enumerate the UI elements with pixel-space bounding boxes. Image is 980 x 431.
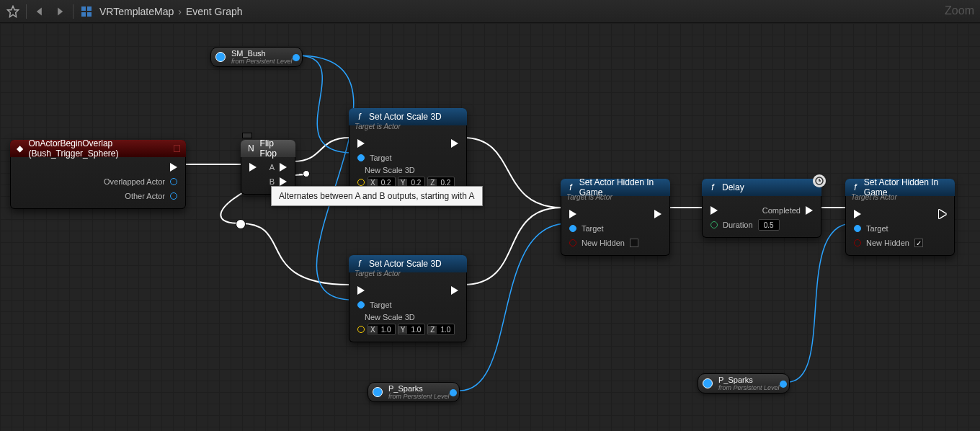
node-set-actor-scale-3d-a[interactable]: fSet Actor Scale 3D Target is Actor Targ… <box>349 108 467 195</box>
target-pin[interactable] <box>357 154 365 161</box>
comment-bubble-icon[interactable] <box>242 133 252 138</box>
breadcrumb-root[interactable]: VRTemplateMap <box>97 6 177 17</box>
exec-in-pin[interactable] <box>710 206 718 215</box>
node-set-actor-hidden-b[interactable]: fSet Actor Hidden In Game Target is Acto… <box>845 179 955 256</box>
function-icon: f <box>851 182 860 192</box>
var-sub: from Persistent Level <box>231 58 293 65</box>
variable-p-sparks[interactable]: P_Sparks from Persistent Level <box>368 382 460 402</box>
new-hidden-checkbox[interactable] <box>630 239 638 247</box>
output-pin[interactable] <box>780 381 787 388</box>
reroute-knot[interactable] <box>236 219 246 229</box>
svg-rect-1 <box>81 6 86 11</box>
exec-b-pin[interactable] <box>280 177 287 186</box>
completed-pin[interactable] <box>806 206 813 215</box>
scale-x-input[interactable]: X1.0 <box>368 324 396 335</box>
variable-p-sparks-2[interactable]: P_Sparks from Persistent Level <box>698 373 790 394</box>
exec-in-pin[interactable] <box>357 286 365 295</box>
exec-in-pin[interactable] <box>854 210 861 218</box>
node-delay[interactable]: fDelay Completed Duration 0.5 <box>702 179 821 238</box>
function-icon: f <box>355 259 365 269</box>
reroute-knot-b[interactable] <box>303 170 310 177</box>
duration-input[interactable]: 0.5 <box>758 219 780 231</box>
event-icon: ◆ <box>16 143 24 154</box>
exec-out-pin[interactable] <box>451 139 458 148</box>
back-button[interactable] <box>30 2 50 21</box>
breadcrumb: VRTemplateMap › Event Graph <box>97 6 246 17</box>
exec-out-pin[interactable] <box>451 286 458 295</box>
zoom-label: Zoom <box>945 4 974 17</box>
new-hidden-pin[interactable] <box>854 239 861 246</box>
scale-y-input[interactable]: Y1.0 <box>398 324 426 335</box>
output-pin[interactable] <box>450 389 457 396</box>
other-actor-pin[interactable] <box>170 192 177 200</box>
target-pin[interactable] <box>854 225 861 232</box>
svg-marker-0 <box>8 6 19 17</box>
var-name: SM_Bush <box>231 49 293 58</box>
actor-icon <box>373 387 383 397</box>
exec-out-pin[interactable] <box>654 210 662 218</box>
new-hidden-checkbox[interactable]: ✓ <box>914 239 923 247</box>
output-pin[interactable] <box>293 54 300 61</box>
blueprint-icon[interactable] <box>76 2 97 21</box>
new-scale-pin[interactable] <box>357 326 365 333</box>
node-onactorbeginoverlap[interactable]: ◆ OnActorBeginOverlap (Bush_Trigger_Sphe… <box>10 140 186 209</box>
exec-in-pin[interactable] <box>249 163 257 172</box>
forward-button[interactable] <box>50 2 70 21</box>
node-badge <box>174 145 180 152</box>
new-scale-pin[interactable] <box>357 179 365 186</box>
actor-icon <box>215 52 226 62</box>
function-icon: f <box>566 182 575 192</box>
chevron-right-icon: › <box>177 6 183 17</box>
exec-in-pin[interactable] <box>357 139 365 148</box>
function-icon: f <box>355 112 365 122</box>
favorite-icon[interactable] <box>3 2 23 21</box>
exec-in-pin[interactable] <box>569 210 576 218</box>
function-icon: f <box>708 182 718 192</box>
scale-z-input[interactable]: Z1.0 <box>427 324 455 335</box>
node-title: Flip Flop <box>260 138 290 159</box>
duration-pin[interactable] <box>710 221 718 228</box>
node-set-actor-scale-3d-b[interactable]: fSet Actor Scale 3D Target is Actor Targ… <box>349 255 467 342</box>
macro-icon: N <box>246 143 256 154</box>
node-set-actor-hidden-a[interactable]: fSet Actor Hidden In Game Target is Acto… <box>561 179 670 256</box>
tooltip: Alternates between A and B outputs, star… <box>271 186 483 206</box>
svg-rect-2 <box>87 6 92 11</box>
new-hidden-pin[interactable] <box>569 239 576 246</box>
exec-out-pin[interactable] <box>170 163 177 172</box>
overlapped-actor-pin[interactable] <box>170 178 177 185</box>
exec-out-pin[interactable] <box>939 210 946 218</box>
variable-sm-bush[interactable]: SM_Bush from Persistent Level <box>210 47 303 67</box>
exec-a-pin[interactable] <box>280 163 287 172</box>
graph-canvas[interactable]: SM_Bush from Persistent Level P_Sparks f… <box>0 23 980 431</box>
breadcrumb-leaf[interactable]: Event Graph <box>183 6 246 17</box>
actor-icon <box>703 378 713 388</box>
latent-icon <box>813 174 826 187</box>
svg-rect-3 <box>81 12 86 17</box>
toolbar: VRTemplateMap › Event Graph Zoom <box>0 0 980 23</box>
target-pin[interactable] <box>569 225 576 232</box>
target-pin[interactable] <box>357 301 365 308</box>
svg-rect-4 <box>87 12 92 17</box>
node-title: OnActorBeginOverlap (Bush_Trigger_Sphere… <box>29 138 174 159</box>
